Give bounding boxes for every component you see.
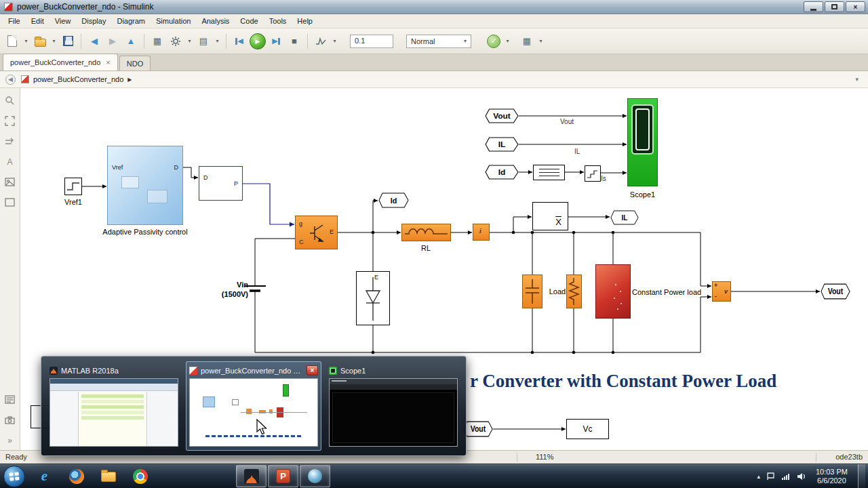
action-center-icon[interactable] bbox=[766, 472, 775, 481]
model-explorer-button[interactable]: ▤ bbox=[195, 33, 212, 49]
breadcrumb[interactable]: power_BuckConverter_ndo bbox=[33, 75, 123, 83]
stop-button[interactable]: ■ bbox=[286, 33, 302, 49]
resistor-block[interactable] bbox=[566, 274, 582, 308]
new-model-button[interactable] bbox=[4, 33, 20, 49]
display-block[interactable] bbox=[533, 165, 565, 180]
image-button[interactable] bbox=[4, 176, 16, 188]
from-tag-vout[interactable]: Vout bbox=[485, 108, 519, 123]
constant-power-load-block[interactable] bbox=[595, 264, 631, 319]
settings-gear-button[interactable] bbox=[167, 33, 184, 49]
taskbar-item-matlab[interactable] bbox=[236, 465, 267, 487]
forward-button[interactable]: ▶ bbox=[104, 33, 121, 49]
goto-tag-il[interactable]: IL bbox=[610, 210, 639, 225]
step-block-vref1[interactable] bbox=[64, 178, 82, 195]
preview-thumbnail-simulink[interactable] bbox=[189, 378, 318, 447]
tab-power-buckconverter[interactable]: power_BuckConverter_ndo × bbox=[3, 54, 118, 70]
taskbar-item-explorer[interactable] bbox=[93, 465, 123, 487]
close-preview-button[interactable]: × bbox=[307, 365, 318, 375]
viewer-button[interactable] bbox=[4, 414, 16, 426]
dropdown-caret[interactable]: ▾ bbox=[214, 33, 221, 49]
diode-block[interactable]: E bbox=[356, 271, 390, 325]
legend-icon bbox=[5, 395, 15, 404]
start-button[interactable] bbox=[3, 466, 25, 487]
dropdown-caret[interactable]: ▾ bbox=[186, 33, 193, 49]
tab-ndo[interactable]: NDO bbox=[119, 56, 151, 70]
igbt-block[interactable]: g C E bbox=[295, 216, 338, 249]
capacitor-block[interactable] bbox=[522, 274, 542, 308]
tray-clock[interactable]: 10:03 PM 6/6/2020 bbox=[812, 468, 852, 485]
preview-window-matlab[interactable]: MATLAB R2018a bbox=[46, 361, 182, 451]
volume-icon[interactable] bbox=[797, 472, 806, 481]
zoom-button[interactable] bbox=[4, 95, 16, 106]
dropdown-caret[interactable]: ▾ bbox=[331, 33, 338, 49]
menu-item-tools[interactable]: Tools bbox=[264, 15, 292, 27]
menu-item-file[interactable]: File bbox=[3, 15, 26, 27]
mean-block[interactable]: X bbox=[532, 202, 568, 230]
solver-name[interactable]: ode23tb bbox=[835, 453, 863, 461]
crumb-options-caret[interactable]: ▾ bbox=[855, 76, 859, 83]
from-tag-vout-bottom[interactable]: Vout bbox=[463, 421, 493, 437]
preview-window-scope[interactable]: Scope1 bbox=[326, 361, 461, 451]
minimize-button[interactable] bbox=[804, 1, 823, 12]
taskbar-item-firefox[interactable] bbox=[61, 465, 92, 487]
preview-thumbnail-scope[interactable] bbox=[329, 378, 458, 447]
scope-block[interactable] bbox=[627, 98, 658, 186]
back-button[interactable]: ◀ bbox=[86, 33, 102, 49]
show-desktop-button[interactable] bbox=[858, 464, 865, 488]
menu-item-analysis[interactable]: Analysis bbox=[196, 15, 235, 27]
hide-browser-button[interactable]: ◀ bbox=[5, 75, 16, 85]
taskbar-item-powerpoint[interactable]: P bbox=[268, 465, 298, 487]
close-button[interactable]: × bbox=[846, 1, 865, 12]
breadcrumb-bar: ◀ power_BuckConverter_ndo ▶ ▾ bbox=[0, 71, 868, 88]
fit-view-button[interactable] bbox=[4, 115, 16, 127]
library-browser-button[interactable]: ▦ bbox=[149, 33, 165, 49]
expand-button[interactable]: » bbox=[4, 434, 16, 446]
menu-item-edit[interactable]: Edit bbox=[26, 15, 50, 27]
menu-item-code[interactable]: Code bbox=[235, 15, 263, 27]
current-sensor-block[interactable]: i bbox=[473, 224, 490, 241]
menu-item-help[interactable]: Help bbox=[292, 15, 318, 27]
up-button[interactable]: ▲ bbox=[123, 33, 139, 49]
quantizer-block[interactable] bbox=[585, 165, 601, 182]
taskbar-item-ie[interactable]: e bbox=[29, 465, 60, 487]
dropdown-caret[interactable]: ▾ bbox=[50, 33, 58, 49]
stop-time-input[interactable]: 0.1 bbox=[350, 35, 393, 48]
network-icon[interactable] bbox=[781, 472, 791, 481]
run-button[interactable]: ▶ bbox=[250, 33, 266, 49]
annotation-button[interactable]: A bbox=[4, 156, 16, 167]
voltage-sensor-block[interactable]: + v - bbox=[712, 281, 731, 302]
step-forward-button[interactable]: ▶ bbox=[268, 33, 284, 49]
menu-item-display[interactable]: Display bbox=[76, 15, 111, 27]
vc-block[interactable]: Vc bbox=[566, 419, 609, 439]
signal-monitor-button[interactable] bbox=[313, 33, 329, 49]
controller-subsystem[interactable]: D P bbox=[199, 166, 243, 201]
goto-tag-vout[interactable]: Vout bbox=[821, 283, 850, 300]
taskbar-item-chrome[interactable] bbox=[125, 465, 155, 487]
goto-tag-id[interactable]: Id bbox=[378, 192, 409, 208]
maximize-button[interactable] bbox=[825, 1, 844, 12]
menu-item-diagram[interactable]: Diagram bbox=[111, 15, 151, 27]
sim-mode-select[interactable]: Normal ▾ bbox=[406, 35, 471, 48]
direction-button[interactable] bbox=[4, 136, 16, 147]
area-button[interactable] bbox=[4, 197, 16, 208]
tab-close-icon[interactable]: × bbox=[106, 58, 110, 66]
taskbar-item-capture[interactable] bbox=[300, 465, 330, 487]
menu-item-view[interactable]: View bbox=[50, 15, 77, 27]
dropdown-caret[interactable]: ▾ bbox=[537, 33, 545, 49]
legend-button[interactable] bbox=[4, 394, 16, 405]
from-tag-il[interactable]: IL bbox=[485, 137, 519, 152]
dropdown-caret[interactable]: ▾ bbox=[504, 33, 511, 49]
open-button[interactable] bbox=[32, 33, 48, 49]
preview-window-simulink[interactable]: power_BuckConverter_ndo - ... × bbox=[186, 361, 321, 451]
save-button[interactable] bbox=[60, 33, 76, 49]
rl-block[interactable] bbox=[401, 224, 451, 241]
menu-item-simulation[interactable]: Simulation bbox=[151, 15, 196, 27]
step-back-button[interactable]: ◀ bbox=[231, 33, 248, 49]
preview-thumbnail-matlab[interactable] bbox=[50, 378, 178, 447]
from-tag-id[interactable]: Id bbox=[485, 165, 519, 180]
hidden-icons-button[interactable]: ▴ bbox=[757, 473, 760, 480]
update-diagram-button[interactable]: ✓ bbox=[486, 33, 502, 49]
build-button[interactable]: ▦ bbox=[519, 33, 535, 49]
dropdown-caret[interactable]: ▾ bbox=[22, 33, 30, 49]
adaptive-passivity-subsystem[interactable]: Vref D bbox=[107, 146, 183, 225]
